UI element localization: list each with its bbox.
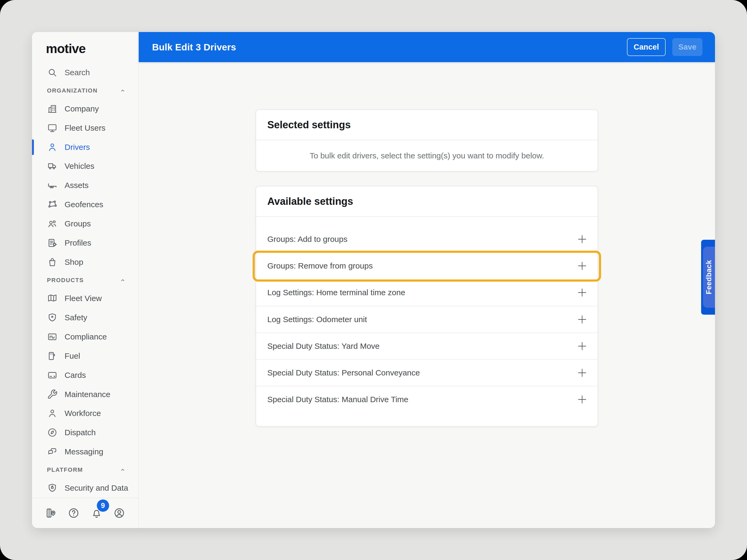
- geofence-icon: [47, 199, 58, 210]
- building-icon: [47, 104, 58, 114]
- selected-settings-title: Selected settings: [256, 110, 598, 140]
- sidebar-item-fleet-view[interactable]: Fleet View: [32, 289, 138, 308]
- sidebar-search[interactable]: Search: [32, 63, 138, 82]
- sidebar-item-workforce[interactable]: Workforce: [32, 404, 138, 423]
- topbar: Bulk Edit 3 Drivers Cancel Save: [139, 32, 715, 62]
- sidebar-item-fleet-users[interactable]: Fleet Users: [32, 118, 138, 138]
- setting-row-odometer-unit[interactable]: Log Settings: Odometer unit: [256, 306, 598, 332]
- plus-icon[interactable]: [576, 340, 588, 352]
- setting-row-yard-move[interactable]: Special Duty Status: Yard Move: [256, 332, 598, 359]
- sidebar-item-groups[interactable]: Groups: [32, 214, 138, 233]
- available-settings-title: Available settings: [256, 186, 598, 217]
- monitor-icon: [47, 123, 58, 133]
- chevron-up-icon[interactable]: [119, 87, 126, 95]
- section-header-organization[interactable]: ORGANIZATION: [32, 82, 138, 99]
- wrench-icon: [47, 389, 58, 400]
- chat-bubbles-icon: [47, 446, 58, 457]
- plus-icon[interactable]: [576, 314, 588, 325]
- plus-icon[interactable]: [576, 287, 588, 298]
- sidebar-item-dispatch[interactable]: Dispatch: [32, 423, 138, 442]
- setting-row-home-terminal-time-zone[interactable]: Log Settings: Home terminal time zone: [256, 279, 598, 306]
- setting-row-manual-drive-time[interactable]: Special Duty Status: Manual Drive Time: [256, 386, 598, 412]
- page-title: Bulk Edit 3 Drivers: [152, 42, 236, 53]
- sidebar-item-compliance[interactable]: Compliance: [32, 327, 138, 346]
- chevron-up-icon[interactable]: [119, 466, 126, 474]
- available-settings-list: Groups: Add to groups Groups: Remove fro…: [256, 217, 598, 427]
- map-pin-book-icon[interactable]: [45, 507, 57, 519]
- feedback-tab-inner: Feedback: [703, 247, 715, 308]
- available-settings-card: Available settings Groups: Add to groups…: [256, 186, 598, 427]
- sidebar-item-fuel[interactable]: Fuel: [32, 346, 138, 366]
- sidebar-footer: 9: [32, 498, 138, 528]
- search-label: Search: [65, 68, 90, 77]
- main-content: Bulk Edit 3 Drivers Cancel Save Selected…: [139, 32, 715, 528]
- person-icon: [47, 142, 58, 153]
- setting-row-personal-conveyance[interactable]: Special Duty Status: Personal Conveyance: [256, 359, 598, 386]
- cancel-button[interactable]: Cancel: [627, 38, 666, 56]
- sidebar-item-safety[interactable]: Safety: [32, 308, 138, 327]
- flow-icon: [47, 331, 58, 342]
- help-icon[interactable]: [68, 507, 80, 519]
- map-icon: [47, 293, 58, 304]
- sidebar-item-cards[interactable]: Cards: [32, 366, 138, 385]
- sidebar: motive Search ORGANIZATION Company Fleet…: [32, 32, 139, 528]
- plus-icon[interactable]: [576, 233, 588, 245]
- section-header-platform[interactable]: PLATFORM: [32, 461, 138, 478]
- shield-dot-icon: [47, 312, 58, 323]
- account-icon[interactable]: [113, 507, 125, 519]
- chevron-up-icon[interactable]: [119, 276, 126, 284]
- sidebar-item-company[interactable]: Company: [32, 99, 138, 118]
- save-button[interactable]: Save: [672, 38, 702, 56]
- compass-icon: [47, 427, 58, 438]
- people-icon: [47, 218, 58, 229]
- sidebar-item-vehicles[interactable]: Vehicles: [32, 157, 138, 176]
- search-icon: [47, 67, 58, 78]
- plus-icon[interactable]: [576, 367, 588, 379]
- credit-card-icon: [47, 370, 58, 380]
- trailer-icon: [47, 180, 58, 191]
- desktop-background: motive Search ORGANIZATION Company Fleet…: [0, 0, 747, 560]
- person-icon: [47, 408, 58, 419]
- shield-lock-icon: [47, 483, 58, 494]
- selected-settings-card: Selected settings To bulk edit drivers, …: [256, 109, 598, 171]
- sidebar-item-geofences[interactable]: Geofences: [32, 195, 138, 214]
- fuel-pump-icon: [47, 351, 58, 361]
- sidebar-item-maintenance[interactable]: Maintenance: [32, 385, 138, 404]
- setting-row-groups-add[interactable]: Groups: Add to groups: [256, 226, 598, 252]
- shopping-bag-icon: [47, 257, 58, 267]
- notifications-bell-icon[interactable]: 9: [91, 507, 103, 519]
- section-header-products[interactable]: PRODUCTS: [32, 272, 138, 289]
- plus-icon[interactable]: [576, 260, 588, 272]
- feedback-tab[interactable]: Feedback: [701, 240, 715, 315]
- sidebar-item-drivers[interactable]: Drivers: [32, 138, 138, 157]
- sidebar-item-profiles[interactable]: Profiles: [32, 233, 138, 252]
- sidebar-item-assets[interactable]: Assets: [32, 176, 138, 195]
- app-window: motive Search ORGANIZATION Company Fleet…: [32, 32, 715, 528]
- truck-icon: [47, 161, 58, 171]
- selected-settings-empty-message: To bulk edit drivers, select the setting…: [256, 140, 598, 171]
- plus-icon[interactable]: [576, 394, 588, 405]
- sidebar-item-messaging[interactable]: Messaging: [32, 442, 138, 461]
- setting-row-groups-remove[interactable]: Groups: Remove from groups: [256, 252, 598, 279]
- notification-badge: 9: [97, 500, 109, 512]
- sidebar-item-shop[interactable]: Shop: [32, 252, 138, 272]
- motive-logo[interactable]: motive: [46, 40, 138, 58]
- document-gear-icon: [47, 238, 58, 248]
- sidebar-item-security-and-data[interactable]: Security and Data: [32, 478, 138, 498]
